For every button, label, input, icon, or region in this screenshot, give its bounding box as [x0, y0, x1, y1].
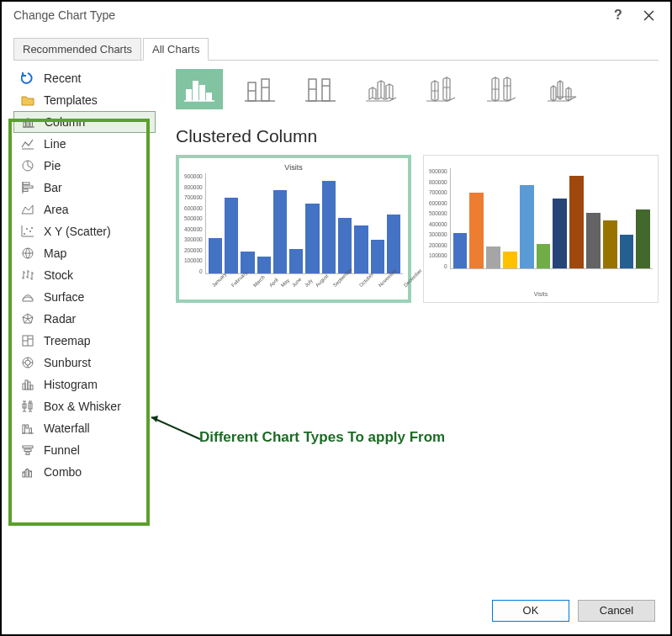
sidebar-item-stock[interactable]: Stock	[13, 264, 156, 286]
sidebar-item-recent[interactable]: Recent	[13, 67, 156, 89]
svg-rect-29	[29, 471, 32, 477]
sidebar-item-map[interactable]: Map	[13, 242, 156, 264]
sidebar-item-label: Combo	[44, 465, 82, 479]
sidebar-item-label: Treemap	[44, 334, 91, 347]
bar-chart-icon	[20, 180, 35, 195]
svg-rect-32	[199, 85, 205, 101]
section-title: Clustered Column	[176, 126, 659, 146]
x-axis-label: Visits	[429, 291, 653, 297]
svg-rect-33	[206, 93, 212, 101]
svg-rect-1	[27, 119, 29, 127]
svg-point-8	[26, 228, 28, 230]
tab-all-charts[interactable]: All Charts	[143, 38, 209, 61]
svg-rect-5	[23, 186, 33, 188]
stock-chart-icon	[20, 268, 35, 283]
sidebar-item-sunburst[interactable]: Sunburst	[13, 352, 156, 374]
line-chart-icon	[20, 136, 35, 151]
close-icon	[643, 10, 654, 21]
subtype-clustered-column[interactable]	[176, 69, 223, 109]
cancel-button[interactable]: Cancel	[578, 600, 655, 622]
dialog-footer: OK Cancel	[2, 587, 670, 634]
svg-rect-25	[24, 449, 31, 452]
sidebar-item-scatter[interactable]: X Y (Scatter)	[13, 220, 156, 242]
sidebar-item-label: Funnel	[44, 443, 80, 457]
sunburst-icon	[20, 355, 35, 370]
tab-recommended[interactable]: Recommended Charts	[13, 38, 141, 60]
svg-rect-24	[23, 446, 33, 448]
subtype-3d-100-stacked-column[interactable]	[479, 69, 526, 109]
svg-rect-26	[26, 453, 29, 455]
annotation-text: Different Chart Types To apply From	[199, 429, 445, 446]
chart-preview-1[interactable]: Visits 900000800000700000600000500000400…	[176, 155, 411, 303]
sidebar-item-treemap[interactable]: Treemap	[13, 330, 156, 352]
sidebar-item-area[interactable]: Area	[13, 199, 156, 220]
sidebar-item-pie[interactable]: Pie	[13, 155, 156, 177]
svg-point-7	[24, 233, 25, 235]
sidebar-item-templates[interactable]: Templates	[13, 89, 156, 111]
sidebar-item-label: Line	[44, 137, 66, 151]
clustered-column-icon	[183, 74, 216, 104]
scatter-chart-icon	[20, 224, 35, 239]
subtype-3d-clustered-column[interactable]	[357, 69, 405, 109]
svg-rect-28	[26, 469, 29, 477]
svg-rect-36	[309, 79, 316, 101]
sidebar-item-histogram[interactable]: Histogram	[13, 374, 156, 395]
subtype-stacked-column[interactable]	[236, 69, 283, 109]
svg-rect-0	[24, 122, 26, 127]
sidebar-item-radar[interactable]: Radar	[13, 308, 156, 330]
close-button[interactable]	[633, 2, 664, 29]
pie-chart-icon	[20, 158, 35, 173]
sidebar-item-bar[interactable]: Bar	[13, 177, 156, 199]
sidebar-item-column[interactable]: Column	[13, 111, 156, 133]
sidebar-item-label: Bar	[44, 181, 62, 194]
sidebar-item-label: Templates	[44, 93, 98, 107]
3d-stacked-column-icon	[425, 74, 458, 104]
funnel-icon	[20, 443, 35, 458]
stacked-column-icon	[243, 74, 277, 104]
y-axis: 9000008000007000006000005000004000003000…	[184, 173, 205, 274]
svg-rect-35	[262, 79, 269, 101]
box-whisker-icon	[20, 399, 35, 414]
sidebar-item-label: Pie	[44, 159, 61, 172]
folder-icon	[20, 93, 35, 108]
sidebar-item-label: Surface	[44, 290, 84, 304]
subtype-3d-column[interactable]	[539, 69, 586, 109]
preview-title: Visits	[184, 163, 403, 172]
svg-rect-18	[30, 385, 33, 390]
area-chart-icon	[20, 202, 35, 217]
svg-rect-37	[322, 79, 330, 101]
sidebar-item-label: Radar	[44, 312, 76, 326]
ok-button[interactable]: OK	[492, 600, 569, 622]
column-chart-icon	[21, 114, 36, 130]
plot-area	[205, 173, 403, 274]
subtype-100-stacked-column[interactable]	[297, 69, 344, 109]
sidebar-item-label: Waterfall	[44, 421, 90, 435]
plot-area	[450, 168, 653, 269]
sidebar-item-funnel[interactable]: Funnel	[13, 439, 156, 461]
svg-rect-2	[30, 120, 33, 127]
chart-preview-2[interactable]: 9000008000007000006000005000004000003000…	[423, 155, 659, 303]
main-panel: Clustered Column Visits 9000008000007000…	[156, 61, 659, 587]
svg-rect-6	[23, 189, 28, 192]
sidebar-item-label: Recent	[44, 72, 81, 85]
subtype-3d-stacked-column[interactable]	[418, 69, 465, 109]
sidebar-item-line[interactable]: Line	[13, 133, 156, 155]
help-button[interactable]: ?	[603, 2, 633, 29]
sidebar-item-waterfall[interactable]: Waterfall	[13, 417, 156, 439]
surface-chart-icon	[20, 289, 35, 305]
100-stacked-column-icon	[304, 74, 337, 104]
svg-rect-31	[193, 81, 198, 101]
sidebar-item-label: Histogram	[44, 378, 98, 391]
sidebar-item-label: X Y (Scatter)	[44, 225, 111, 238]
waterfall-icon	[20, 421, 35, 436]
sidebar-item-label: Stock	[44, 268, 73, 282]
svg-rect-23	[29, 428, 32, 433]
x-axis: JanuaryFebruaryMarchAprilMayJuneJulyAugu…	[184, 279, 403, 294]
titlebar: Change Chart Type ?	[2, 2, 670, 29]
sidebar-item-boxwhisker[interactable]: Box & Whisker	[13, 395, 156, 417]
sidebar-item-combo[interactable]: Combo	[13, 461, 156, 483]
svg-rect-22	[26, 425, 29, 428]
map-icon	[20, 246, 35, 261]
sidebar-item-surface[interactable]: Surface	[13, 286, 156, 308]
svg-point-9	[29, 231, 31, 232]
